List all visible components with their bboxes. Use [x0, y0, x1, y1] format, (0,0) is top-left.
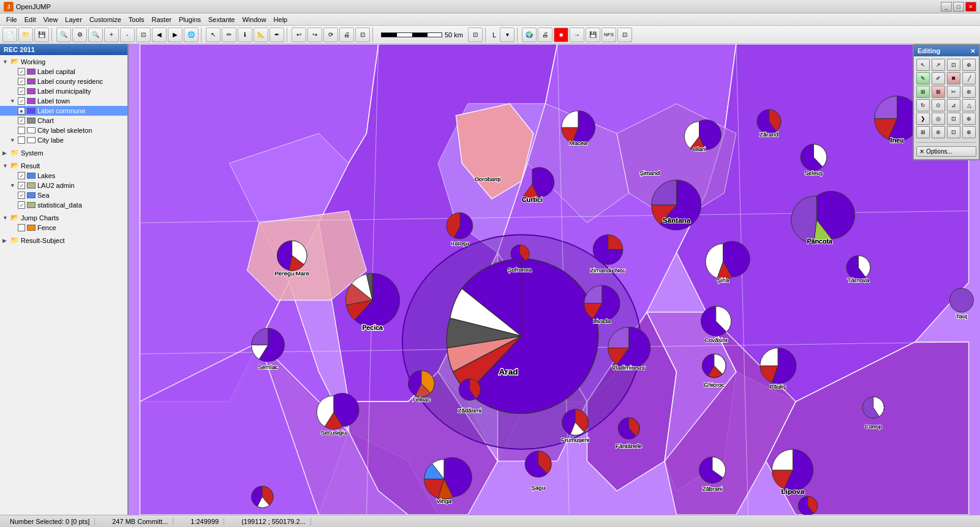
menu-tools[interactable]: Tools: [125, 15, 148, 24]
cb-lau2[interactable]: [18, 182, 25, 189]
editing-panel-close[interactable]: ✕: [970, 48, 975, 54]
layer-chart[interactable]: Chart: [0, 116, 127, 125]
ep-btn-star[interactable]: ⊛: [932, 126, 945, 138]
ep-btn-edit-pencil[interactable]: ✎: [916, 72, 930, 84]
ep-btn-merge[interactable]: ⊛: [962, 86, 976, 98]
ep-btn-copy[interactable]: ⊡: [947, 126, 960, 138]
tb-zoom-out[interactable]: -: [120, 28, 135, 42]
ep-btn-select-multi[interactable]: ↗: [932, 59, 945, 71]
working-group-header[interactable]: ▼ 📂 Working: [0, 56, 127, 67]
ep-btn-select-cross[interactable]: ⊕: [962, 59, 976, 71]
layer-label-capital[interactable]: Label capital: [0, 67, 127, 77]
layer-city-skeleton[interactable]: City label skeleton: [0, 125, 127, 135]
tb-zoom-dropdown[interactable]: ▾: [500, 28, 514, 42]
ep-btn-cut[interactable]: ╱: [962, 72, 976, 84]
window-controls[interactable]: _ □ ✕: [941, 2, 976, 12]
ep-btn-add-vertex[interactable]: ⊞: [916, 86, 930, 98]
tb-zoom-in[interactable]: +: [104, 28, 119, 42]
tb-extra[interactable]: ⊡: [617, 28, 632, 42]
layer-label-town[interactable]: ▼ Label town: [0, 96, 127, 106]
jump-charts-group-header[interactable]: ▼ 📂 Jump Charts: [0, 212, 127, 223]
tb-print2[interactable]: 🖨: [538, 28, 552, 42]
tb-undo-edit[interactable]: ↩: [292, 28, 306, 42]
tb-scale-btn[interactable]: ⊡: [468, 28, 483, 42]
menu-raster[interactable]: Raster: [148, 15, 175, 24]
result-group-header[interactable]: ▼ 📂 Result: [0, 160, 127, 171]
layer-label-municipality[interactable]: Label municipality: [0, 86, 127, 96]
system-group-header[interactable]: ▶ 📁 System: [0, 148, 127, 158]
menu-layer[interactable]: Layer: [61, 15, 86, 24]
options-button[interactable]: ✕ Options...: [916, 146, 976, 157]
tb-print[interactable]: 🖨: [339, 28, 354, 42]
tb-refresh[interactable]: ⟳: [323, 28, 338, 42]
menu-help[interactable]: Help: [270, 15, 292, 24]
cb-label-municipality[interactable]: [18, 88, 25, 95]
ep-btn-scissors[interactable]: ✂: [947, 86, 960, 98]
menu-plugins[interactable]: Plugins: [175, 15, 205, 24]
tb-arrow[interactable]: →: [570, 28, 584, 42]
layer-statistical[interactable]: statistical_data: [0, 200, 127, 210]
tb-select[interactable]: ↖: [206, 28, 221, 42]
layer-fence[interactable]: Fence: [0, 223, 127, 233]
cb-lakes[interactable]: [18, 172, 25, 179]
close-button[interactable]: ✕: [965, 2, 976, 12]
ep-btn-grid2[interactable]: ⊞: [916, 126, 930, 138]
cb-label-commune[interactable]: [18, 107, 25, 114]
layer-sea[interactable]: Sea: [0, 190, 127, 200]
tb-floppy[interactable]: 💾: [586, 28, 600, 42]
tb-redo-edit[interactable]: ↪: [307, 28, 322, 42]
cb-chart[interactable]: [18, 117, 25, 124]
ep-btn-remove-vertex[interactable]: ⊠: [932, 86, 945, 98]
tb-zoom-next[interactable]: ▶: [168, 28, 183, 42]
layer-lau2[interactable]: ▼ LAU2 admin: [0, 181, 127, 190]
cb-statistical[interactable]: [18, 201, 25, 209]
tb-save[interactable]: 💾: [34, 28, 49, 42]
ep-btn-transform[interactable]: ⊙: [932, 99, 945, 111]
tb-pan[interactable]: 🔍: [88, 28, 103, 42]
ep-btn-snap[interactable]: ⊿: [947, 99, 960, 111]
ep-btn-delete[interactable]: ✖: [947, 72, 960, 84]
menu-window[interactable]: Window: [238, 15, 270, 24]
tb-zoom-prev[interactable]: ◀: [152, 28, 167, 42]
menu-view[interactable]: View: [40, 15, 62, 24]
maximize-button[interactable]: □: [953, 2, 964, 12]
layer-label-commune[interactable]: Label commune: [0, 106, 127, 116]
tb-nfs[interactable]: NFS: [601, 28, 616, 42]
ep-btn-plus[interactable]: ⊕: [962, 113, 976, 125]
tb-redo[interactable]: ⚙: [72, 28, 87, 42]
tb-draw[interactable]: ✒: [270, 28, 284, 42]
ep-btn-arrow-r[interactable]: ❯: [916, 113, 930, 125]
tb-undo[interactable]: 🔍: [56, 28, 71, 42]
tb-info[interactable]: ℹ: [238, 28, 252, 42]
ep-btn-edit-draw[interactable]: ✐: [932, 72, 945, 84]
tb-globe[interactable]: 🌍: [522, 28, 537, 42]
tb-zoom-fit[interactable]: ⊡: [136, 28, 151, 42]
ep-btn-select-arrow[interactable]: ↖: [916, 59, 930, 71]
menu-edit[interactable]: Edit: [21, 15, 40, 24]
menu-sextante[interactable]: Sextante: [205, 15, 238, 24]
tb-edit[interactable]: ✏: [222, 28, 236, 42]
tb-full-extent[interactable]: 🌐: [184, 28, 198, 42]
menu-customize[interactable]: Customize: [86, 15, 125, 24]
ep-btn-select-box[interactable]: ⊡: [947, 59, 960, 71]
layer-label-county[interactable]: Label county residenc: [0, 77, 127, 86]
cb-label-capital[interactable]: [18, 68, 25, 75]
tb-red[interactable]: ■: [554, 28, 568, 42]
ep-btn-paste[interactable]: ⊕: [962, 126, 976, 138]
cb-label-town[interactable]: [18, 97, 25, 105]
cb-label-county[interactable]: [18, 78, 25, 85]
cb-sea[interactable]: [18, 192, 25, 199]
tb-new[interactable]: 📄: [2, 28, 17, 42]
minimize-button[interactable]: _: [941, 2, 952, 12]
layer-lakes[interactable]: Lakes: [0, 171, 127, 181]
tb-open[interactable]: 📁: [18, 28, 33, 42]
cb-city-skeleton[interactable]: [18, 127, 25, 134]
menu-file[interactable]: File: [2, 15, 21, 24]
tb-window[interactable]: ⊡: [355, 28, 370, 42]
result-subject-group-header[interactable]: ▶ 📁 Result-Subject: [0, 235, 127, 245]
map-area[interactable]: Arad Arad Pecica Pecica Curtici Curtici …: [129, 44, 980, 515]
ep-btn-circle[interactable]: ◎: [932, 113, 945, 125]
ep-btn-rotate[interactable]: ↻: [916, 99, 930, 111]
layer-city-label[interactable]: ▼ City labe: [0, 135, 127, 145]
cb-fence[interactable]: [18, 224, 25, 231]
